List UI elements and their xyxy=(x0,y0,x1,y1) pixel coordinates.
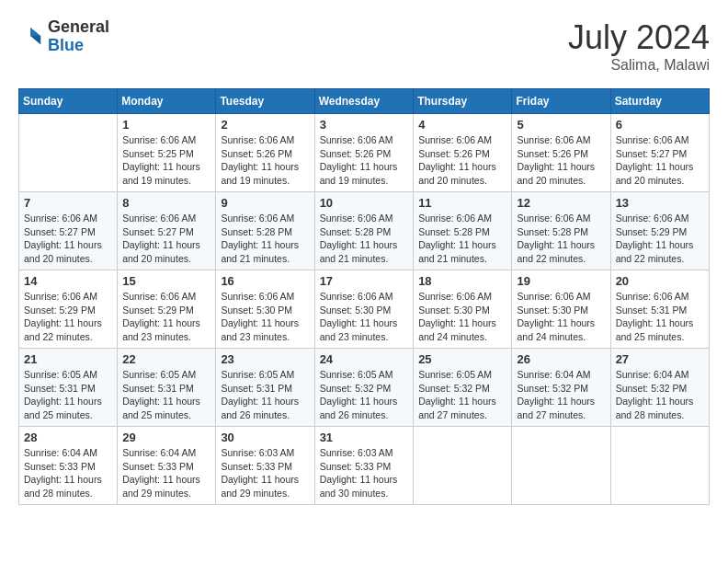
day-info: Sunrise: 6:06 AMSunset: 5:26 PMDaylight:… xyxy=(517,133,605,188)
logo-text: General Blue xyxy=(48,18,109,55)
day-number: 16 xyxy=(221,274,309,288)
calendar-cell: 19 Sunrise: 6:06 AMSunset: 5:30 PMDaylig… xyxy=(512,270,610,349)
day-number: 1 xyxy=(122,118,210,132)
day-info: Sunrise: 6:04 AMSunset: 5:33 PMDaylight:… xyxy=(122,446,210,500)
logo-general: General xyxy=(48,17,109,36)
day-number: 12 xyxy=(517,196,605,210)
month-year-title: July 2024 xyxy=(568,18,710,57)
calendar-table: Sunday Monday Tuesday Wednesday Thursday… xyxy=(18,88,710,505)
day-number: 29 xyxy=(122,431,210,444)
week-row-4: 21 Sunrise: 6:05 AMSunset: 5:31 PMDaylig… xyxy=(19,349,710,427)
day-number: 13 xyxy=(616,196,704,210)
day-number: 19 xyxy=(517,274,605,288)
day-info: Sunrise: 6:06 AMSunset: 5:30 PMDaylight:… xyxy=(320,290,409,344)
day-number: 5 xyxy=(517,118,605,132)
day-info: Sunrise: 6:06 AMSunset: 5:26 PMDaylight:… xyxy=(320,133,409,188)
week-row-1: 1 Sunrise: 6:06 AMSunset: 5:25 PMDayligh… xyxy=(19,114,710,192)
day-number: 15 xyxy=(122,274,210,288)
calendar-cell: 22 Sunrise: 6:05 AMSunset: 5:31 PMDaylig… xyxy=(118,349,216,427)
day-info: Sunrise: 6:04 AMSunset: 5:32 PMDaylight:… xyxy=(616,368,704,422)
day-info: Sunrise: 6:06 AMSunset: 5:26 PMDaylight:… xyxy=(221,133,309,188)
calendar-cell: 1 Sunrise: 6:06 AMSunset: 5:25 PMDayligh… xyxy=(118,114,216,192)
day-info: Sunrise: 6:06 AMSunset: 5:31 PMDaylight:… xyxy=(616,290,704,344)
calendar-cell: 27 Sunrise: 6:04 AMSunset: 5:32 PMDaylig… xyxy=(610,349,709,427)
calendar-cell: 20 Sunrise: 6:06 AMSunset: 5:31 PMDaylig… xyxy=(610,270,709,349)
calendar-cell: 8 Sunrise: 6:06 AMSunset: 5:27 PMDayligh… xyxy=(118,192,216,270)
day-number: 10 xyxy=(320,196,409,210)
calendar-cell: 6 Sunrise: 6:06 AMSunset: 5:27 PMDayligh… xyxy=(610,114,709,192)
day-number: 31 xyxy=(320,431,409,444)
calendar-cell: 3 Sunrise: 6:06 AMSunset: 5:26 PMDayligh… xyxy=(314,114,414,192)
day-info: Sunrise: 6:06 AMSunset: 5:28 PMDaylight:… xyxy=(221,212,309,266)
day-info: Sunrise: 6:06 AMSunset: 5:25 PMDaylight:… xyxy=(122,133,210,188)
day-info: Sunrise: 6:04 AMSunset: 5:32 PMDaylight:… xyxy=(517,368,605,422)
day-number: 7 xyxy=(24,196,112,210)
day-number: 30 xyxy=(221,431,309,444)
day-info: Sunrise: 6:06 AMSunset: 5:27 PMDaylight:… xyxy=(24,212,112,266)
calendar-cell: 30 Sunrise: 6:03 AMSunset: 5:33 PMDaylig… xyxy=(216,427,314,505)
day-info: Sunrise: 6:06 AMSunset: 5:28 PMDaylight:… xyxy=(418,212,506,266)
col-thursday: Thursday xyxy=(414,89,512,114)
day-info: Sunrise: 6:06 AMSunset: 5:29 PMDaylight:… xyxy=(24,290,112,344)
day-number: 23 xyxy=(221,352,309,366)
calendar-cell: 29 Sunrise: 6:04 AMSunset: 5:33 PMDaylig… xyxy=(118,427,216,505)
col-monday: Monday xyxy=(118,89,216,114)
week-row-5: 28 Sunrise: 6:04 AMSunset: 5:33 PMDaylig… xyxy=(19,427,710,505)
day-number: 4 xyxy=(418,118,506,132)
day-info: Sunrise: 6:06 AMSunset: 5:28 PMDaylight:… xyxy=(320,212,409,266)
calendar-cell: 23 Sunrise: 6:05 AMSunset: 5:31 PMDaylig… xyxy=(216,349,314,427)
calendar-cell: 2 Sunrise: 6:06 AMSunset: 5:26 PMDayligh… xyxy=(216,114,314,192)
day-info: Sunrise: 6:06 AMSunset: 5:30 PMDaylight:… xyxy=(418,290,506,344)
logo: General Blue xyxy=(18,18,109,55)
day-number: 8 xyxy=(122,196,210,210)
col-wednesday: Wednesday xyxy=(314,89,414,114)
logo-icon xyxy=(18,24,44,50)
day-number: 25 xyxy=(418,352,506,366)
day-info: Sunrise: 6:04 AMSunset: 5:33 PMDaylight:… xyxy=(24,446,112,500)
day-info: Sunrise: 6:06 AMSunset: 5:28 PMDaylight:… xyxy=(517,212,605,266)
title-section: July 2024 Salima, Malawi xyxy=(568,18,710,74)
day-info: Sunrise: 6:03 AMSunset: 5:33 PMDaylight:… xyxy=(320,446,409,500)
day-number: 20 xyxy=(616,274,704,288)
day-number: 2 xyxy=(221,118,309,132)
day-number: 18 xyxy=(418,274,506,288)
col-friday: Friday xyxy=(512,89,610,114)
calendar-cell: 14 Sunrise: 6:06 AMSunset: 5:29 PMDaylig… xyxy=(19,270,118,349)
day-info: Sunrise: 6:03 AMSunset: 5:33 PMDaylight:… xyxy=(221,446,309,500)
location-subtitle: Salima, Malawi xyxy=(568,57,710,74)
day-number: 24 xyxy=(320,352,409,366)
calendar-cell: 28 Sunrise: 6:04 AMSunset: 5:33 PMDaylig… xyxy=(19,427,118,505)
calendar-cell: 18 Sunrise: 6:06 AMSunset: 5:30 PMDaylig… xyxy=(414,270,512,349)
day-info: Sunrise: 6:06 AMSunset: 5:30 PMDaylight:… xyxy=(517,290,605,344)
day-info: Sunrise: 6:06 AMSunset: 5:30 PMDaylight:… xyxy=(221,290,309,344)
calendar-cell: 21 Sunrise: 6:05 AMSunset: 5:31 PMDaylig… xyxy=(19,349,118,427)
day-number: 22 xyxy=(122,352,210,366)
day-info: Sunrise: 6:06 AMSunset: 5:29 PMDaylight:… xyxy=(122,290,210,344)
svg-marker-1 xyxy=(30,36,40,44)
day-number: 6 xyxy=(616,118,704,132)
day-number: 3 xyxy=(320,118,409,132)
calendar-cell: 17 Sunrise: 6:06 AMSunset: 5:30 PMDaylig… xyxy=(314,270,414,349)
day-number: 21 xyxy=(24,352,112,366)
day-info: Sunrise: 6:05 AMSunset: 5:31 PMDaylight:… xyxy=(24,368,112,422)
calendar-cell: 7 Sunrise: 6:06 AMSunset: 5:27 PMDayligh… xyxy=(19,192,118,270)
calendar-cell: 24 Sunrise: 6:05 AMSunset: 5:32 PMDaylig… xyxy=(314,349,414,427)
calendar-cell: 11 Sunrise: 6:06 AMSunset: 5:28 PMDaylig… xyxy=(414,192,512,270)
day-info: Sunrise: 6:06 AMSunset: 5:27 PMDaylight:… xyxy=(122,212,210,266)
calendar-cell: 4 Sunrise: 6:06 AMSunset: 5:26 PMDayligh… xyxy=(414,114,512,192)
col-tuesday: Tuesday xyxy=(216,89,314,114)
day-number: 26 xyxy=(517,352,605,366)
calendar-header-row: Sunday Monday Tuesday Wednesday Thursday… xyxy=(19,89,710,114)
calendar-cell: 9 Sunrise: 6:06 AMSunset: 5:28 PMDayligh… xyxy=(216,192,314,270)
logo-blue: Blue xyxy=(48,36,84,54)
day-info: Sunrise: 6:06 AMSunset: 5:29 PMDaylight:… xyxy=(616,212,704,266)
calendar-cell: 26 Sunrise: 6:04 AMSunset: 5:32 PMDaylig… xyxy=(512,349,610,427)
day-number: 11 xyxy=(418,196,506,210)
calendar-cell: 25 Sunrise: 6:05 AMSunset: 5:32 PMDaylig… xyxy=(414,349,512,427)
day-number: 9 xyxy=(221,196,309,210)
calendar-cell: 15 Sunrise: 6:06 AMSunset: 5:29 PMDaylig… xyxy=(118,270,216,349)
col-sunday: Sunday xyxy=(19,89,118,114)
day-number: 14 xyxy=(24,274,112,288)
calendar-cell: 31 Sunrise: 6:03 AMSunset: 5:33 PMDaylig… xyxy=(314,427,414,505)
week-row-3: 14 Sunrise: 6:06 AMSunset: 5:29 PMDaylig… xyxy=(19,270,710,349)
